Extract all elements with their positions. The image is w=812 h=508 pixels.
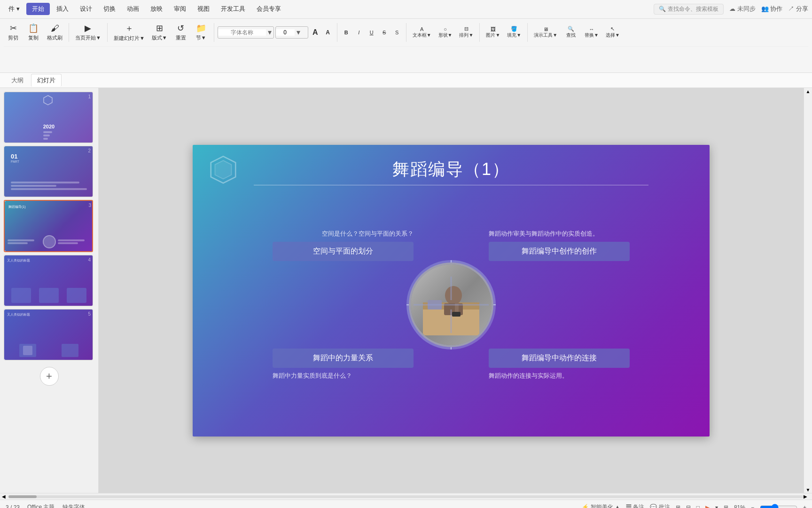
tab-outline[interactable]: 大纲 (6, 74, 29, 87)
layout-button[interactable]: ⊞ 版式▼ (149, 21, 170, 44)
add-slide-button[interactable]: + (40, 367, 59, 386)
main-area: 1 2020 (0, 88, 812, 493)
slide-thumb-4[interactable]: 又人类似的标题 4 (4, 255, 93, 306)
scroll-left-button[interactable]: ◀ (2, 494, 8, 499)
menu-design[interactable]: 设计 (75, 3, 97, 15)
menu-start[interactable]: 开始 (26, 3, 50, 15)
left-bottom-box: 舞蹈中的力量关系 (273, 349, 414, 368)
play-current-button[interactable]: ▶ 当页开始▼ (72, 21, 104, 44)
menu-file[interactable]: 件 ▾ (4, 3, 24, 15)
h-scroll-track (8, 495, 804, 498)
slide1-line1 (43, 131, 53, 133)
replace-button[interactable]: ↔ 替换▼ (582, 21, 601, 44)
italic-button[interactable]: I (353, 25, 365, 40)
scroll-down-button[interactable]: ▼ (805, 486, 812, 493)
right-scrollbar[interactable]: ▲ ▼ (804, 88, 812, 493)
menu-vip[interactable]: 会员专享 (252, 3, 286, 15)
bottom-scrollbar[interactable]: ◀ ▶ (0, 493, 812, 500)
textbox-button[interactable]: A 文本框▼ (410, 21, 434, 44)
slide4-box3 (67, 288, 86, 303)
menu-view[interactable]: 视图 (193, 3, 214, 15)
new-slide-button[interactable]: ＋ 新建幻灯片▼ (111, 21, 148, 44)
arrange-button[interactable]: ⊟ 排列▼ (456, 21, 476, 44)
slide-thumb-3[interactable]: 舞蹈编导(1) 3 (4, 200, 93, 252)
format-paint-button[interactable]: 🖌 格式刷 (44, 21, 65, 44)
slide-thumb-2[interactable]: 01 PART 2 (4, 146, 93, 197)
fill-label: 填充▼ (507, 32, 521, 39)
font-size-dropdown[interactable]: ▾ (295, 28, 302, 37)
share-button[interactable]: ↗ 分享 (788, 5, 808, 13)
font-smaller-button[interactable]: A (322, 27, 334, 38)
font-bigger-button[interactable]: A (310, 27, 321, 38)
sep5 (406, 23, 406, 42)
picture-button[interactable]: 🖼 图片▼ (483, 21, 503, 44)
notes-button[interactable]: ☰ 备注 (626, 503, 644, 508)
menu-animation[interactable]: 动画 (122, 3, 144, 15)
find-label: 查找 (566, 32, 576, 39)
comment-button[interactable]: 💬 批注 (650, 503, 670, 508)
slide5-box1 (19, 344, 36, 357)
shadow-button[interactable]: S (391, 25, 403, 40)
zoom-in-button[interactable]: + (803, 504, 806, 508)
search-bar[interactable]: 🔍 查找命令、搜索模板 (654, 4, 724, 15)
shape-label: 形状▼ (438, 32, 453, 39)
reset-label: 重置 (176, 34, 186, 41)
copy-label: 复制 (28, 34, 39, 41)
present-tools-button[interactable]: 🖥 演示工具▼ (531, 21, 560, 44)
copy-icon: 📋 (28, 23, 39, 33)
present-button[interactable]: ▶ (705, 504, 710, 508)
scroll-right-button[interactable]: ▶ (804, 494, 810, 499)
left-bottom-label: 舞蹈中的力量关系 舞蹈中力量实质到底是什么？ (273, 349, 414, 380)
slide1-line2 (43, 135, 50, 136)
slide-panel: 1 2020 (0, 88, 99, 493)
left-top-desc: 空间是什么？空间与平面的关系？ (273, 230, 414, 238)
zoom-slider[interactable] (760, 504, 797, 508)
tab-slides[interactable]: 幻灯片 (31, 74, 62, 87)
font-name-box[interactable]: ▾ (218, 26, 274, 39)
fill-button[interactable]: 🪣 填充▼ (504, 21, 524, 44)
font-name-dropdown[interactable]: ▾ (266, 28, 273, 37)
menu-review[interactable]: 审阅 (169, 3, 191, 15)
menu-transition[interactable]: 切换 (99, 3, 120, 15)
find-button[interactable]: 🔍 查找 (562, 21, 580, 44)
reset-button[interactable]: ↺ 重置 (172, 21, 190, 44)
smart-beauty-button[interactable]: ⚡ 智能美化 ▲ (582, 503, 620, 508)
collaborate-button[interactable]: 👥 协作 (761, 5, 783, 13)
underline-button[interactable]: U (366, 25, 377, 40)
svg-rect-13 (452, 312, 461, 317)
main-slide[interactable]: 舞蹈编导（1） 空间是什么？空间与平面的关系？ 空间与平面的划分 舞蹈中的力量关… (193, 145, 710, 437)
missing-font-label[interactable]: 缺失字体 (62, 503, 85, 508)
format-paint-label: 格式刷 (47, 34, 62, 41)
font-size-box[interactable]: ▾ (275, 26, 308, 39)
section-button[interactable]: 📁 节▼ (192, 21, 211, 44)
cut-button[interactable]: ✂ 剪切 (4, 21, 23, 44)
menu-slideshow[interactable]: 放映 (146, 3, 167, 15)
arrange-label: 排列▼ (459, 32, 473, 39)
normal-view-button[interactable]: ⊞ (676, 504, 680, 508)
fit-window-button[interactable]: ⊞ (724, 504, 728, 508)
font-smaller-icon: A (326, 29, 330, 36)
sync-button[interactable]: ☁ 未同步 (729, 5, 756, 13)
font-size-input[interactable] (276, 29, 295, 36)
slide-thumb-5[interactable]: 又人类似的标题 5 (4, 309, 93, 360)
reading-view-button[interactable]: □ (696, 504, 700, 508)
shape-button[interactable]: ○ 形状▼ (436, 21, 455, 44)
status-right: ⚡ 智能美化 ▲ ☰ 备注 💬 批注 ⊞ ⊟ □ ▶ ▾ ⊞ 81% − + (582, 503, 806, 508)
menu-insert[interactable]: 插入 (52, 3, 73, 15)
slide2-line2 (11, 185, 56, 187)
copy-button[interactable]: 📋 复制 (24, 21, 43, 44)
present-dropdown[interactable]: ▾ (715, 504, 718, 508)
new-slide-label: 新建幻灯片▼ (114, 35, 145, 42)
font-name-input[interactable] (218, 29, 266, 36)
h-scroll-thumb[interactable] (8, 495, 37, 498)
strikethrough-button[interactable]: S (379, 25, 390, 40)
select-button[interactable]: ↖ 选择▼ (603, 21, 623, 44)
bold-button[interactable]: B (341, 25, 352, 40)
present-tools-label: 演示工具▼ (534, 32, 557, 39)
zoom-out-button[interactable]: − (751, 504, 754, 508)
scroll-up-button[interactable]: ▲ (805, 88, 812, 95)
grid-view-button[interactable]: ⊟ (686, 504, 691, 508)
reset-icon: ↺ (177, 23, 184, 33)
slide-thumb-1[interactable]: 1 2020 (4, 92, 93, 143)
menu-devtools[interactable]: 开发工具 (216, 3, 250, 15)
